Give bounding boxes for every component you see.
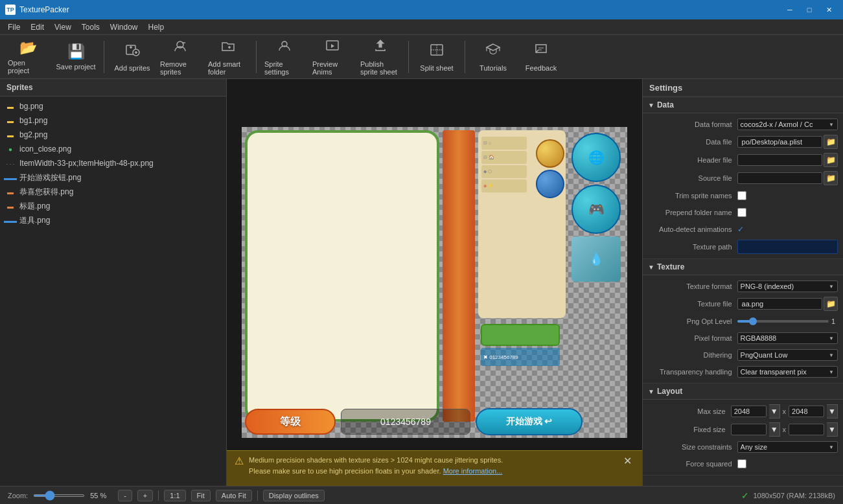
max-size-row: Max size ▼ x ▼	[643, 402, 843, 420]
texture-section: ▼ Texture Texture format PNG-8 (indexed)…	[643, 259, 843, 384]
data-section-header[interactable]: ▼ Data	[643, 97, 843, 113]
list-item[interactable]: ▬ bg1.png	[0, 113, 226, 128]
preview-anims-button[interactable]: Preview Anims	[310, 38, 355, 76]
dithering-select[interactable]: PngQuant Low	[737, 349, 838, 361]
size-constraints-select[interactable]: Any size	[737, 441, 838, 453]
add-sprites-button[interactable]: Add sprites	[110, 38, 155, 76]
zoom-slider[interactable]	[33, 494, 85, 497]
max-size-value: ▼ x ▼	[731, 404, 838, 418]
zoom-1to1-button[interactable]: 1:1	[164, 490, 185, 501]
menu-view[interactable]: View	[49, 21, 76, 33]
zoom-autofit-button[interactable]: Auto Fit	[216, 490, 252, 501]
data-format-row: Data format cocos2d-x / Axmol / Cc	[643, 116, 843, 133]
remove-sprites-button[interactable]: Remove sprites	[157, 38, 203, 76]
texture-file-row: Texture file 📁	[643, 295, 843, 313]
close-button[interactable]: ✕	[820, 3, 838, 17]
pixel-format-select[interactable]: RGBA8888	[737, 332, 838, 344]
zoom-value: 55 %	[90, 492, 113, 499]
fixed-size-width-input[interactable]	[731, 424, 767, 435]
fixed-size-height-dropdown[interactable]: ▼	[827, 422, 838, 437]
feedback-button[interactable]: Feedback	[518, 38, 564, 76]
texture-path-input[interactable]	[737, 240, 838, 254]
zoom-minus-button[interactable]: -	[118, 490, 132, 501]
warning-close-button[interactable]: ✕	[621, 455, 634, 467]
transparency-handling-select[interactable]: Clear transparent pix	[737, 366, 838, 378]
prepend-folder-name-label: Prepend folder name	[648, 209, 737, 216]
split-sheet-button[interactable]: Split sheet	[414, 38, 459, 76]
tutorials-button[interactable]: Tutorials	[470, 38, 516, 76]
list-item[interactable]: ▬ bg.png	[0, 99, 226, 113]
max-size-height-dropdown[interactable]: ▼	[827, 404, 838, 418]
save-project-label: Save project	[56, 63, 95, 71]
texture-file-folder-button[interactable]: 📁	[824, 297, 838, 311]
size-constraints-select-wrap: Any size	[737, 441, 838, 453]
list-item[interactable]: ▬▬ 道具.png	[0, 213, 226, 227]
maximize-button[interactable]: □	[800, 3, 818, 17]
sprite-icon: ▬	[5, 115, 16, 126]
texture-format-select[interactable]: PNG-8 (indexed)	[737, 281, 838, 292]
save-project-button[interactable]: 💾 Save project	[53, 38, 98, 76]
layout-section-header[interactable]: ▼ Layout	[643, 384, 843, 400]
sprite-settings-button[interactable]: Sprite settings	[262, 38, 307, 76]
force-squared-checkbox[interactable]	[737, 459, 746, 468]
png-opt-level-row: Png Opt Level 1	[643, 313, 843, 330]
texture-section-header[interactable]: ▼ Texture	[643, 259, 843, 275]
header-file-input[interactable]	[737, 154, 822, 166]
menu-file[interactable]: File	[3, 21, 25, 33]
zoom-plus-button[interactable]: +	[137, 490, 153, 501]
texture-path-label: Texture path	[648, 243, 737, 251]
menu-window[interactable]: Window	[105, 21, 143, 33]
open-project-button[interactable]: 📂 Open project	[5, 38, 51, 76]
minimize-button[interactable]: ─	[781, 3, 799, 17]
app-icon: TP	[5, 5, 16, 15]
max-size-width-dropdown[interactable]: ▼	[769, 404, 780, 418]
menu-tools[interactable]: Tools	[76, 21, 105, 33]
data-format-select[interactable]: cocos2d-x / Axmol / Cc	[737, 119, 838, 130]
prepend-folder-name-checkbox[interactable]	[737, 208, 746, 217]
bottom-sprite-row: 等级 0123456789 开始游戏 ↩	[245, 406, 624, 438]
texture-file-input[interactable]	[737, 298, 822, 310]
menu-help[interactable]: Help	[143, 21, 170, 33]
open-project-label: Open project	[8, 59, 48, 74]
toolbar-separator-4	[465, 41, 465, 73]
fixed-size-width-dropdown[interactable]: ▼	[769, 422, 780, 437]
source-file-input[interactable]	[737, 172, 822, 184]
data-file-folder-button[interactable]: 📁	[824, 135, 838, 149]
add-smart-folder-button[interactable]: Add smart folder	[205, 38, 251, 76]
trim-sprite-names-value	[737, 191, 838, 200]
fixed-size-x: x	[783, 426, 787, 433]
display-outlines-button[interactable]: Display outlines	[263, 490, 325, 501]
publish-sprite-sheet-button[interactable]: Publish sprite sheet	[358, 38, 403, 76]
fixed-size-height-input[interactable]	[789, 424, 824, 435]
data-file-label: Data file	[648, 138, 737, 146]
prepend-folder-name-value	[737, 208, 838, 217]
data-file-input[interactable]	[737, 136, 822, 148]
list-item[interactable]: ▬ bg2.png	[0, 128, 226, 142]
list-item[interactable]: ● icon_close.png	[0, 142, 226, 156]
warning-link[interactable]: More information...	[443, 467, 503, 475]
header-file-folder-button[interactable]: 📁	[824, 153, 838, 167]
max-size-width-input[interactable]	[731, 406, 767, 417]
list-item[interactable]: ▬▬ 开始游戏按钮.png	[0, 170, 226, 185]
warning-icon: ⚠	[235, 455, 244, 467]
list-item[interactable]: ▬ 恭喜您获得.png	[0, 185, 226, 199]
list-item[interactable]: ▬ 标题.png	[0, 199, 226, 213]
fixed-size-label: Fixed size	[648, 426, 731, 433]
orange-strip	[443, 130, 475, 422]
header-file-input-wrap: 📁	[737, 153, 838, 167]
main-area: Sprites ▬ bg.png ▬ bg1.png ▬ bg2.png ● i…	[0, 79, 843, 486]
trim-sprite-names-checkbox[interactable]	[737, 191, 746, 200]
sprite-name: icon_close.png	[19, 144, 71, 154]
sprite-preview: ⊟ ⌂ ⊟ 🏠 ◆ ⬡ ◈ ⚡ 🌐	[242, 127, 627, 438]
sprite-icon: ▬	[5, 130, 16, 140]
png-opt-level-slider[interactable]	[737, 320, 829, 323]
menu-edit[interactable]: Edit	[25, 21, 49, 33]
list-item[interactable]: - - - ItemWidth-33-px;ItemHeigth-48-px.p…	[0, 156, 226, 170]
tutorials-icon	[485, 42, 501, 62]
zoom-fit-button[interactable]: Fit	[191, 490, 211, 501]
max-size-height-input[interactable]	[789, 406, 824, 417]
dithering-row: Dithering PngQuant Low	[643, 347, 843, 363]
force-squared-value	[737, 459, 838, 468]
source-file-folder-button[interactable]: 📁	[824, 171, 838, 185]
publish-sprite-sheet-icon	[373, 38, 388, 58]
